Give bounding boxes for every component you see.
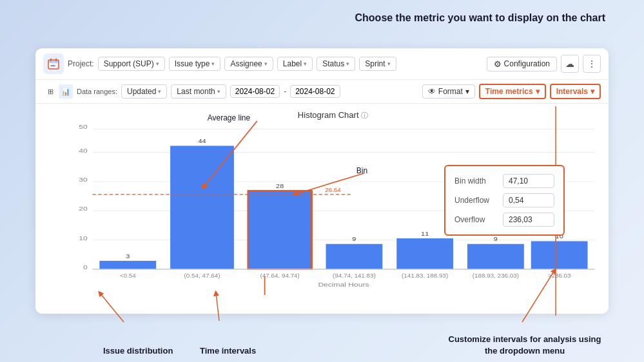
project-chevron: ▾ [156,61,159,67]
svg-text:44: 44 [198,138,206,144]
status-filter[interactable]: Status ▾ [317,57,355,71]
svg-text:>236.03: >236.03 [548,272,571,278]
project-value: Support (SUP) [104,59,154,68]
project-label: Project: [68,59,94,68]
underflow-row: Underflow 0,54 [454,193,554,207]
sub-toolbar-left: ⊞ 📊 Data ranges: Updated ▾ Last month ▾ … [43,84,417,99]
gear-icon: ⚙ [494,59,502,69]
svg-text:(0.54, 47.64): (0.54, 47.64) [184,272,220,278]
project-filter[interactable]: Support (SUP) ▾ [98,57,165,71]
chart-area: Histogram Chart ⓘ 0 10 20 30 40 50 3 <0.… [35,104,609,312]
intervals-label: Intervals [556,87,588,96]
more-icon: ⋮ [587,59,596,69]
underflow-label: Underflow [454,196,496,205]
label-filter[interactable]: Label ▾ [277,57,313,71]
upload-icon: ☁ [565,59,574,69]
svg-text:26.64: 26.64 [325,187,341,193]
bar-1 [99,261,156,269]
svg-text:(141.83, 188.93): (141.83, 188.93) [402,272,448,278]
time-metrics-label: Time metrics [485,87,533,96]
overflow-value: 236,03 [503,213,554,227]
toolbar-left: Project: Support (SUP) ▾ Issue type ▾ As… [43,53,483,74]
updated-chevron: ▾ [158,88,161,95]
eye-icon: 👁 [428,87,436,96]
more-button[interactable]: ⋮ [583,55,601,73]
svg-text:11: 11 [421,231,429,237]
upload-button[interactable]: ☁ [561,55,579,73]
underflow-value: 0,54 [503,193,554,207]
chart-title: Histogram Chart ⓘ [68,110,598,120]
bin-width-row: Bin width 47,10 [454,174,554,188]
average-line-annotation: Average line [208,113,251,122]
svg-rect-1 [48,60,59,63]
date-from-picker[interactable]: 2024-08-02 [230,85,280,98]
date-separator: - [284,87,286,96]
sprint-chevron: ▾ [387,61,391,67]
svg-text:50: 50 [79,124,87,130]
svg-text:3: 3 [126,253,130,260]
last-month-value: Last month [177,87,215,96]
status-chevron: ▾ [346,61,349,67]
svg-text:(47.64, 94.74): (47.64, 94.74) [260,272,299,278]
date-to-picker[interactable]: 2024-08-02 [290,85,340,98]
time-metrics-chevron: ▾ [536,87,540,96]
issue-distribution-annotation: Issue distribution [103,346,173,357]
last-month-chevron: ▾ [217,88,220,95]
date-to-value: 2024-08-02 [295,87,335,96]
time-metrics-button[interactable]: Time metrics ▾ [479,84,546,99]
sprint-label: Sprint [365,59,385,68]
svg-text:20: 20 [79,205,87,212]
top-annotation: Choose the metric you want to display on… [355,12,606,25]
updated-filter[interactable]: Updated ▾ [121,84,167,99]
svg-text:0: 0 [83,263,88,271]
svg-text:(94.74, 141.83): (94.74, 141.83) [333,272,376,278]
svg-text:9: 9 [494,236,498,242]
last-month-filter[interactable]: Last month ▾ [171,84,226,99]
toolbar-right: ⚙ Configuration ☁ ⋮ [487,55,601,73]
view-icons: ⊞ 📊 [43,84,73,99]
bar-3-highlighted [248,191,312,269]
svg-text:<0.54: <0.54 [120,272,136,278]
issue-type-filter[interactable]: Issue type ▾ [169,57,221,71]
label-chevron: ▾ [304,61,307,67]
format-button[interactable]: 👁 Format ▾ [422,84,475,99]
svg-text:40: 40 [79,147,87,154]
sub-toolbar-right: 👁 Format ▾ Time metrics ▾ Intervals ▾ [422,84,601,99]
svg-text:10: 10 [79,234,87,242]
issue-type-chevron: ▾ [211,61,215,67]
sprint-filter[interactable]: Sprint ▾ [359,57,396,71]
toolbar: Project: Support (SUP) ▾ Issue type ▾ As… [35,48,609,80]
sub-toolbar: ⊞ 📊 Data ranges: Updated ▾ Last month ▾ … [35,80,609,104]
issue-type-label: Issue type [175,59,210,68]
overflow-label: Overflow [454,215,496,224]
bin-annotation: Bin [356,166,367,175]
format-label: Format [438,87,463,96]
assignee-filter[interactable]: Assignee ▾ [224,57,273,71]
updated-value: Updated [127,87,156,96]
data-ranges-label: Data ranges: [77,88,117,95]
bar-6 [467,244,524,269]
intervals-button[interactable]: Intervals ▾ [550,84,601,99]
format-chevron: ▾ [465,87,469,96]
status-label: Status [322,59,344,68]
svg-text:Decimal Hours: Decimal Hours [318,281,369,288]
bin-width-value: 47,10 [503,174,554,188]
bar-5 [396,238,453,269]
svg-text:9: 9 [352,236,356,242]
chart-view-icon[interactable]: 📊 [59,84,73,99]
overflow-row: Overflow 236,03 [454,213,554,227]
bar-2 [170,146,234,269]
bin-width-label: Bin width [454,176,496,186]
assignee-label: Assignee [230,59,262,68]
grid-view-icon[interactable]: ⊞ [43,84,57,99]
bar-7 [531,241,588,269]
configuration-button[interactable]: ⚙ Configuration [487,57,557,71]
time-intervals-annotation: Time intervals [200,346,256,357]
calendar-icon [43,53,64,74]
bar-4 [326,244,383,269]
chart-container: Project: Support (SUP) ▾ Issue type ▾ As… [35,48,609,314]
svg-text:28: 28 [276,183,284,189]
info-icon: ⓘ [361,111,368,119]
intervals-chevron: ▾ [590,87,594,96]
config-label: Configuration [504,59,550,68]
